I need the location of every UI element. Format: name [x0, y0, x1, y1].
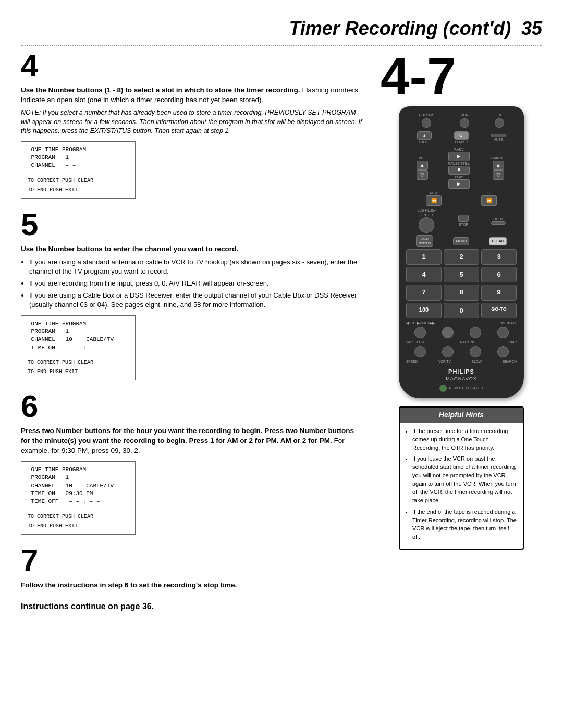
num-0-button[interactable]: 0 — [444, 303, 479, 318]
clear-button[interactable]: CLEAR — [489, 237, 506, 245]
num-100-button[interactable]: 100 — [406, 303, 442, 318]
s6-line-2: PROGRAM 1 — [28, 474, 129, 482]
screen-line-3: CHANNEL – – — [28, 162, 129, 169]
vol-label: VOL — [417, 156, 428, 161]
menu-group: MENU — [453, 237, 469, 245]
step-5-bullet-2: If you are recording from line input, pr… — [29, 279, 365, 288]
step-6-text: Press two Number buttons for the hour yo… — [21, 426, 365, 456]
num-8-button[interactable]: 8 — [444, 285, 479, 300]
power-group: ⏻ POWER — [454, 131, 469, 144]
helpful-hints-list: If the preset time for a timer recording… — [412, 427, 518, 541]
step-6-section: 6 Press two Number buttons for the hour … — [21, 391, 365, 535]
fadv-label: F.ADV — [448, 147, 470, 152]
light-button[interactable] — [491, 221, 506, 225]
hint-3: If the end of the tape is reached during… — [412, 508, 518, 541]
bottom-row-1 — [406, 327, 517, 338]
screen-line-2: PROGRAM 1 — [28, 154, 129, 162]
eject-button[interactable]: ▲ — [417, 131, 432, 140]
tracking-minus-button[interactable] — [442, 346, 454, 357]
channel-down-button[interactable]: ▽ — [493, 170, 504, 180]
num-6-button[interactable]: 6 — [481, 267, 517, 282]
step-6-am-pm: AM or 2 for PM. — [280, 437, 332, 445]
step-5-number: 5 — [21, 209, 365, 240]
helpful-hints-body: If the preset time for a timer recording… — [400, 423, 523, 549]
tracking-plus-button[interactable] — [470, 346, 481, 357]
vol-up-button[interactable]: ▲ — [417, 161, 428, 170]
s6-line-4: TIME ON 09:30 PM — [28, 490, 129, 498]
channel-up-button[interactable]: ▲ — [493, 161, 504, 170]
skip-button[interactable] — [497, 346, 509, 357]
instructions-continue: Instructions continue on page 36. — [21, 601, 365, 612]
power-button[interactable]: ⏻ — [454, 131, 469, 140]
speed-vcrtv-slow-search-labels: SPEED VCR/TV SLOW SEARCH — [406, 359, 517, 364]
vcr-plus-group: VCR PLUS+ /ENTER — [417, 208, 436, 233]
enter-label: /ENTER — [417, 213, 436, 217]
tv-label: TV — [495, 113, 504, 118]
index-up-button[interactable] — [470, 327, 481, 338]
channel-label: CHANNEL — [490, 156, 506, 161]
step-6-number: 6 — [21, 391, 365, 422]
exit-status-group: EXIT/STATUS — [416, 235, 433, 247]
remote-container: 4-7 CBL/DSS VCR TV — [381, 50, 542, 549]
stop-button[interactable] — [458, 215, 469, 222]
num-1-button[interactable]: 1 — [406, 249, 442, 265]
channel-controls: ▲ ▽ — [490, 161, 506, 180]
rew-label: REW — [426, 191, 442, 195]
vcr-button[interactable] — [460, 118, 469, 128]
vol-group: VOL ▲ ▽ — [417, 156, 428, 180]
s5-footer-2: TO END PUSH EXIT — [28, 368, 129, 376]
s6-line-1: ONE TIME PROGRAM — [28, 466, 129, 474]
eject-group: ▲ EJECT — [417, 131, 432, 144]
step-5-bullets: If you are using a standard antenna or c… — [29, 257, 365, 310]
skip-label: SKIP — [509, 340, 517, 344]
otr-button[interactable] — [414, 327, 426, 338]
num-2-button[interactable]: 2 — [444, 249, 479, 265]
step-47-label: 4-7 — [381, 50, 542, 102]
step-4-screen: ONE TIME PROGRAM PROGRAM 1 CHANNEL – – T… — [21, 141, 136, 199]
bottom-functions: ◀OTR ▶INDEX▶▶ MEMORY VAR. SLOW TRACKING — [406, 320, 517, 364]
s6-line-5: TIME OFF – – : – – — [28, 498, 129, 505]
step-5-bullet-1: If you are using a standard antenna or c… — [29, 257, 365, 276]
s5-line-2: PROGRAM 1 — [28, 328, 129, 336]
eject-power-mute-row: ▲ EJECT ⏻ POWER MUTE — [406, 131, 517, 144]
vol-controls: ▲ ▽ — [417, 161, 428, 180]
play-btn-small[interactable] — [442, 327, 454, 338]
num-3-button[interactable]: 3 — [481, 249, 517, 265]
var-slow-button[interactable] — [414, 346, 426, 357]
play-button[interactable]: ▶ — [448, 179, 470, 189]
step-7-text: Follow the instructions in step 6 to set… — [21, 581, 365, 590]
num-7-button[interactable]: 7 — [406, 285, 442, 300]
num-5-button[interactable]: 5 — [444, 267, 479, 282]
num-9-button[interactable]: 9 — [481, 285, 517, 300]
rew-button[interactable]: ⏪ — [426, 195, 442, 206]
s5-line-1: ONE TIME PROGRAM — [28, 320, 129, 328]
play-label: PLAY — [448, 175, 470, 179]
page-header: Timer Recording (cont'd) 35 — [21, 16, 542, 46]
remote-source-buttons: CBL/DSS VCR TV — [406, 113, 517, 128]
memory-button[interactable] — [497, 327, 509, 338]
s5-line-4: TIME ON – – : – – — [28, 344, 129, 352]
bottom-row-2 — [406, 346, 517, 357]
vol-down-button[interactable]: ▽ — [417, 170, 428, 180]
ff-button[interactable]: ⏩ — [481, 195, 497, 206]
remote-brand: PHILIPS MAGNAVOX — [406, 368, 517, 382]
step-4-note: NOTE: If you select a number that has al… — [21, 108, 365, 136]
step-4-heading: Use the Number buttons (1 - 8) to select… — [21, 85, 365, 105]
step-6-screen: ONE TIME PROGRAM PROGRAM 1 CHANNEL 10 CA… — [21, 461, 136, 535]
cbl-dss-button[interactable] — [422, 118, 431, 128]
num-4-button[interactable]: 4 — [406, 267, 442, 282]
menu-button[interactable]: MENU — [453, 237, 469, 245]
vcr-plus-button[interactable] — [419, 217, 434, 233]
screen-footer-2: TO END PUSH EXIT — [28, 187, 129, 194]
page-title: Timer Recording (cont'd) — [289, 18, 511, 39]
vcr-tv-label: VCR/TV — [438, 359, 451, 364]
pause-still-button[interactable]: ⏸ — [448, 166, 470, 175]
go-to-button[interactable]: GO-TO — [481, 303, 517, 318]
vcr-plus-label: VCR PLUS+ — [417, 208, 436, 213]
step-4-number: 4 — [21, 50, 365, 81]
exit-status-button[interactable]: EXIT/STATUS — [416, 235, 433, 247]
tv-button[interactable] — [495, 118, 504, 128]
screen-line-1: ONE TIME PROGRAM — [28, 146, 129, 154]
step-7-section: 7 Follow the instructions in step 6 to s… — [21, 545, 365, 590]
fadv-button[interactable]: ▶ — [448, 152, 470, 161]
